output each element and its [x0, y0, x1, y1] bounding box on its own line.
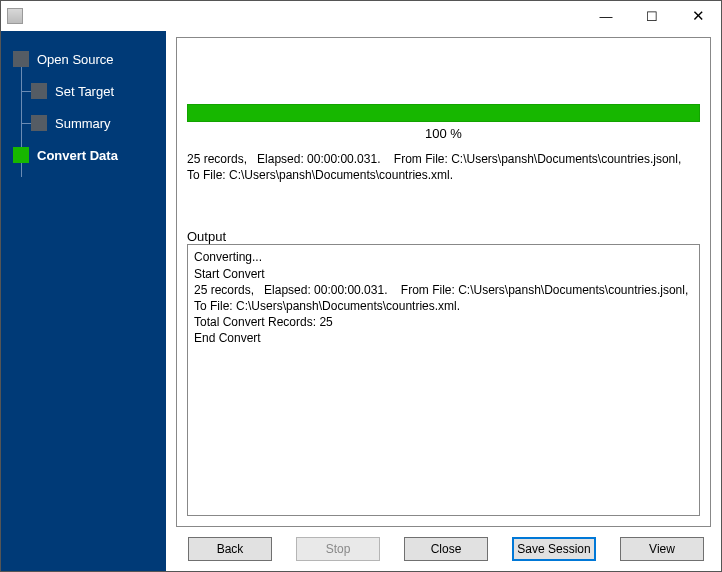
wizard-sidebar: Open SourceSet TargetSummaryConvert Data: [1, 31, 166, 571]
step-label: Convert Data: [37, 148, 118, 163]
step-label: Summary: [55, 116, 111, 131]
titlebar: — ☐ ✕: [1, 1, 721, 31]
step-label: Set Target: [55, 84, 114, 99]
close-window-button[interactable]: ✕: [675, 1, 721, 31]
tree-connector: [21, 123, 31, 124]
main-panel: 100 % 25 records, Elapsed: 00:00:00.031.…: [166, 31, 721, 571]
wizard-step-convert-data[interactable]: Convert Data: [1, 139, 166, 171]
app-window: — ☐ ✕ Open SourceSet TargetSummaryConver…: [0, 0, 722, 572]
wizard-step-open-source[interactable]: Open Source: [1, 43, 166, 75]
app-icon: [7, 8, 23, 24]
wizard-step-summary[interactable]: Summary: [1, 107, 166, 139]
back-button[interactable]: Back: [188, 537, 272, 561]
window-controls: — ☐ ✕: [583, 1, 721, 31]
maximize-button[interactable]: ☐: [629, 1, 675, 31]
stop-button: Stop: [296, 537, 380, 561]
step-label: Open Source: [37, 52, 114, 67]
progress-label: 100 %: [187, 122, 700, 151]
wizard-step-set-target[interactable]: Set Target: [1, 75, 166, 107]
step-box-icon: [31, 83, 47, 99]
button-row: Back Stop Close Save Session View: [176, 527, 711, 563]
summary-text: 25 records, Elapsed: 00:00:00.031. From …: [187, 151, 700, 183]
step-box-icon: [13, 51, 29, 67]
progress-wrap: 100 %: [187, 104, 700, 151]
tree-connector: [21, 91, 31, 92]
content-frame: 100 % 25 records, Elapsed: 00:00:00.031.…: [176, 37, 711, 527]
save-session-button[interactable]: Save Session: [512, 537, 596, 561]
body: Open SourceSet TargetSummaryConvert Data…: [1, 31, 721, 571]
minimize-button[interactable]: —: [583, 1, 629, 31]
step-box-icon: [13, 147, 29, 163]
spacer: [187, 48, 700, 104]
view-button[interactable]: View: [620, 537, 704, 561]
step-box-icon: [31, 115, 47, 131]
close-button[interactable]: Close: [404, 537, 488, 561]
progress-bar: [187, 104, 700, 122]
output-box[interactable]: Converting... Start Convert 25 records, …: [187, 244, 700, 516]
output-label: Output: [187, 229, 700, 244]
